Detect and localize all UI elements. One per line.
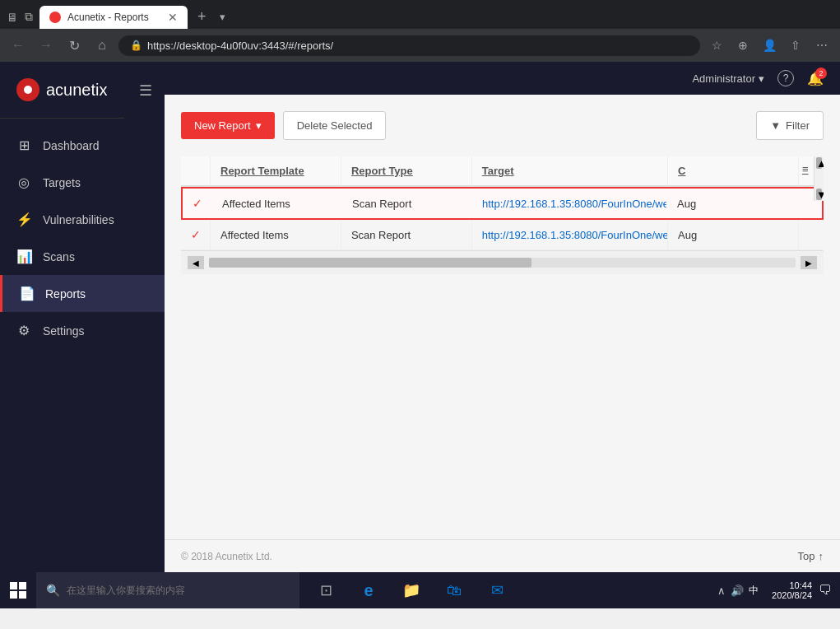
mail-app[interactable]: ✉ (479, 572, 515, 608)
filter-button[interactable]: ▼ Filter (756, 111, 824, 140)
monitor-icon: 🖥 (7, 11, 18, 24)
table-row[interactable]: ✓ Affected Items Scan Report http://192.… (181, 220, 824, 250)
share-button[interactable]: ⇧ (784, 34, 807, 57)
address-bar[interactable]: 🔒 https://desktop-4u0f0uv:3443/#/reports… (118, 35, 700, 56)
sidebar-item-targets[interactable]: ◎ Targets (0, 164, 165, 201)
tab-close-button[interactable]: ✕ (168, 11, 178, 24)
taskbar-search-input[interactable] (67, 585, 290, 596)
lock-icon: 🔒 (130, 40, 142, 51)
tab-title: Acunetix - Reports (67, 12, 149, 23)
sidebar-item-vulnerabilities[interactable]: ⚡ Vulnerabilities (0, 201, 165, 238)
tray-expand-icon[interactable]: ∧ (717, 585, 726, 597)
taskbar-clock[interactable]: 10:44 2020/8/24 (772, 580, 812, 600)
new-tab-button[interactable]: + (191, 5, 213, 29)
new-report-button[interactable]: New Report ▾ (181, 112, 275, 139)
new-report-label: New Report (194, 119, 251, 132)
app-header: Administrator ▾ ? 🔔 2 (165, 62, 840, 95)
back-button[interactable]: ← (7, 34, 30, 57)
copyright-text: © 2018 Acunetix Ltd. (181, 551, 272, 562)
explorer-app[interactable]: 📁 (393, 572, 429, 608)
col-target[interactable]: Target (472, 156, 668, 185)
sidebar-item-reports[interactable]: 📄 Reports (0, 275, 165, 312)
profile-button[interactable]: 👤 (758, 34, 781, 57)
scroll-left-button[interactable]: ◀ (188, 256, 204, 269)
row2-checkbox[interactable]: ✓ (181, 220, 211, 249)
v-scroll-down[interactable]: ▼ (816, 189, 822, 200)
sidebar-item-settings[interactable]: ⚙ Settings (0, 312, 165, 349)
logo-icon (16, 78, 39, 101)
tab-list-icon: ⧉ (25, 10, 33, 24)
active-tab[interactable]: Acunetix - Reports ✕ (39, 6, 188, 29)
store-app[interactable]: 🛍 (436, 572, 472, 608)
table-header: Report Template Report Type Target C ≡ (181, 156, 824, 187)
row1-date: Aug (667, 189, 797, 218)
top-link[interactable]: Top ↑ (798, 550, 824, 562)
delete-selected-label: Delete Selected (297, 119, 373, 132)
notification-count: 2 (815, 68, 827, 79)
row1-checkbox[interactable]: ✓ (183, 189, 212, 218)
main-content: Administrator ▾ ? 🔔 2 New Report ▾ Delet… (165, 62, 840, 572)
user-menu[interactable]: Administrator ▾ (692, 72, 764, 85)
more-button[interactable]: ⋯ (810, 34, 833, 57)
v-scroll-track (814, 170, 824, 188)
delete-selected-button[interactable]: Delete Selected (283, 111, 387, 140)
browser-toolbar: ← → ↻ ⌂ 🔒 https://desktop-4u0f0uv:3443/#… (0, 29, 840, 62)
help-button[interactable]: ? (777, 70, 794, 86)
language-indicator[interactable]: 中 (749, 584, 759, 598)
hamburger-menu-icon[interactable]: ☰ (124, 68, 167, 113)
tab-favicon (49, 12, 61, 23)
volume-icon[interactable]: 🔊 (731, 585, 744, 597)
col-template[interactable]: Report Template (211, 156, 341, 185)
url-text: https://desktop-4u0f0uv:3443/#/reports/ (147, 40, 333, 52)
table-row[interactable]: ✓ Affected Items Scan Report http://192.… (181, 187, 824, 220)
scrollbar-thumb[interactable] (209, 258, 531, 268)
tab-dropdown-button[interactable]: ▾ (216, 7, 229, 26)
row1-type: Scan Report (342, 189, 472, 218)
notification-center-button[interactable]: 🗨 (819, 583, 832, 598)
sidebar-item-label: Dashboard (43, 139, 100, 152)
sidebar-item-scans[interactable]: 📊 Scans (0, 238, 165, 275)
v-scroll-up[interactable]: ▲ (816, 157, 822, 169)
row2-type: Scan Report (341, 220, 472, 249)
sidebar-item-dashboard[interactable]: ⊞ Dashboard (0, 127, 165, 164)
vertical-scrollbar[interactable]: ▲ ▼ (814, 156, 824, 201)
clock-date: 2020/8/24 (772, 590, 812, 600)
start-button[interactable] (0, 572, 36, 608)
sidebar-top: acunetix ☰ (0, 62, 165, 119)
col-date[interactable]: C (668, 156, 799, 185)
vulnerabilities-icon: ⚡ (16, 212, 31, 227)
sidebar-item-label: Settings (43, 324, 85, 338)
scans-icon: 📊 (16, 249, 31, 264)
edge-app[interactable]: e (350, 572, 387, 608)
row2-target: http://192.168.1.35:8080/FourInOne/welco… (472, 220, 668, 249)
extensions-button[interactable]: ⊕ (731, 34, 754, 57)
col-type[interactable]: Report Type (341, 156, 472, 185)
dropdown-arrow-icon: ▾ (256, 119, 262, 132)
reports-icon: 📄 (19, 286, 34, 301)
scrollbar-track[interactable] (209, 258, 796, 268)
sidebar-logo: acunetix (0, 62, 124, 119)
clock-time: 10:44 (772, 580, 812, 590)
home-button[interactable]: ⌂ (90, 34, 114, 57)
sidebar-item-label: Scans (43, 250, 75, 263)
taskbar-search[interactable]: 🔍 (36, 572, 299, 608)
notifications-button[interactable]: 🔔 2 (807, 71, 824, 86)
search-icon: 🔍 (46, 584, 60, 597)
scroll-right-button[interactable]: ▶ (801, 256, 817, 269)
row2-date: Aug (668, 220, 799, 249)
row1-template: Affected Items (212, 189, 342, 218)
checkmark-icon: ✓ (193, 197, 202, 210)
forward-button[interactable]: → (35, 34, 58, 57)
reports-table: Report Template Report Type Target C ≡ ✓… (181, 156, 824, 250)
targets-icon: ◎ (16, 175, 31, 190)
refresh-button[interactable]: ↻ (63, 34, 86, 57)
dashboard-icon: ⊞ (16, 137, 31, 153)
sidebar: acunetix ☰ ⊞ Dashboard ◎ Targets ⚡ Vulne… (0, 62, 165, 572)
sidebar-item-label: Targets (43, 176, 81, 189)
row2-template: Affected Items (211, 220, 341, 249)
windows-icon (10, 582, 26, 599)
filter-label: Filter (786, 119, 810, 132)
bookmark-button[interactable]: ☆ (705, 34, 728, 57)
task-view-button[interactable]: ⊡ (308, 572, 344, 608)
sidebar-item-label: Vulnerabilities (43, 213, 114, 226)
